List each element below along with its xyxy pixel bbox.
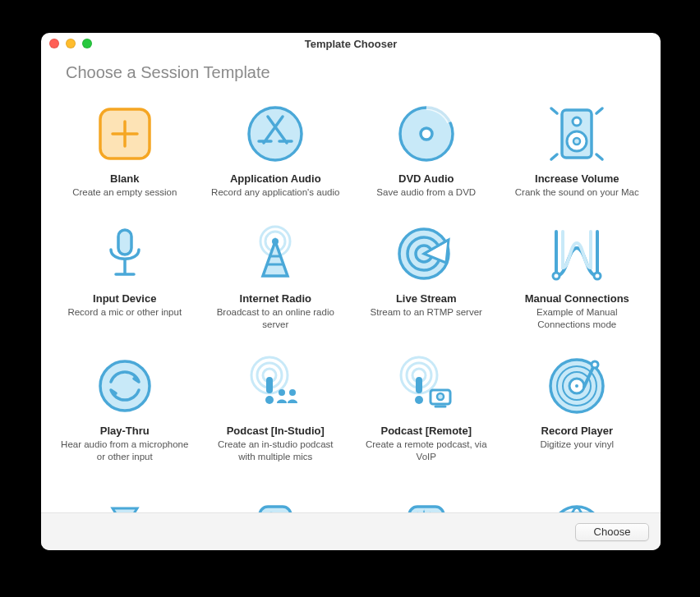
template-card[interactable]	[504, 481, 652, 512]
page-title: Choose a Session Template	[41, 55, 661, 87]
template-card[interactable]: Internet RadioBroadcast to an online rad…	[202, 217, 350, 338]
template-title: Play-Thru	[100, 425, 150, 437]
partial-3-icon	[394, 486, 458, 512]
template-title: Live Stream	[396, 292, 457, 305]
template-card[interactable]: Increase VolumeCrank the sound on your M…	[504, 97, 652, 205]
svg-point-37	[592, 361, 598, 368]
template-title: Podcast [In-Studio]	[227, 425, 325, 437]
template-card[interactable]	[51, 481, 199, 512]
template-title: Record Player	[541, 425, 613, 437]
svg-point-23	[279, 389, 285, 396]
choose-button[interactable]: Choose	[575, 523, 649, 541]
template-card[interactable]: DVD AudioSave audio from a DVD	[352, 97, 500, 205]
template-description: Hear audio from a microphone or other in…	[59, 439, 191, 463]
template-description: Create an in-studio podcast with multipl…	[210, 439, 341, 463]
window-title: Template Chooser	[305, 38, 397, 50]
footer-bar: Choose	[41, 512, 661, 550]
plus-icon	[93, 102, 157, 166]
template-title: Internet Radio	[240, 292, 311, 305]
app-store-icon	[243, 102, 307, 166]
template-title: Increase Volume	[535, 172, 619, 185]
partial-2-icon	[243, 486, 307, 512]
svg-point-31	[437, 393, 444, 400]
templates-scroll-area[interactable]: BlankCreate an empty session Application…	[41, 87, 661, 512]
svg-point-5	[573, 117, 581, 126]
template-title: Podcast [Remote]	[380, 425, 472, 437]
template-description: Record any application's audio	[211, 186, 339, 199]
radio-tower-icon	[243, 222, 307, 286]
template-card[interactable]: Play-ThruHear audio from a microphone or…	[51, 349, 199, 470]
traffic-lights	[49, 39, 92, 48]
template-title: DVD Audio	[398, 172, 454, 185]
speaker-icon	[545, 102, 609, 166]
template-description: Record a mic or other input	[67, 306, 182, 319]
close-button[interactable]	[49, 39, 59, 48]
template-description: Save audio from a DVD	[376, 186, 476, 199]
svg-rect-21	[266, 377, 273, 393]
template-card[interactable]: Input DeviceRecord a mic or other input	[51, 217, 199, 338]
minimize-button[interactable]	[66, 39, 76, 48]
template-description: Broadcast to an online radio server	[210, 306, 341, 331]
template-card[interactable]: Record PlayerDigitize your vinyl	[504, 349, 652, 470]
svg-point-15	[553, 273, 560, 279]
template-card[interactable]	[202, 481, 350, 512]
template-card[interactable]: BlankCreate an empty session	[51, 97, 199, 205]
partial-4-icon	[545, 486, 609, 512]
svg-rect-28	[416, 377, 422, 393]
disc-icon	[394, 102, 458, 166]
template-title: Blank	[110, 172, 139, 185]
template-card[interactable]: Live StreamStream to an RTMP server	[352, 217, 500, 338]
broadcast-icon	[394, 222, 458, 286]
manual-icon	[545, 222, 609, 286]
vinyl-icon	[545, 354, 609, 418]
template-description: Crank the sound on your Mac	[515, 186, 639, 199]
titlebar: Template Chooser	[41, 33, 661, 55]
svg-rect-38	[260, 507, 291, 512]
svg-rect-40	[409, 507, 444, 512]
svg-point-36	[575, 384, 578, 388]
template-description: Digitize your vinyl	[541, 439, 614, 451]
content-area: Choose a Session Template BlankCreate an…	[41, 55, 661, 550]
svg-point-24	[289, 389, 296, 396]
template-card[interactable]: Application AudioRecord any application'…	[202, 97, 350, 205]
svg-point-1	[249, 108, 302, 160]
podcast-studio-icon	[243, 354, 307, 418]
podcast-remote-icon	[394, 354, 458, 418]
svg-point-3	[421, 128, 432, 140]
template-title: Manual Connections	[525, 292, 629, 305]
partial-1-icon	[93, 486, 157, 512]
svg-point-7	[573, 138, 580, 145]
template-description: Example of Manual Connections mode	[511, 306, 642, 331]
template-chooser-window: Template Chooser Choose a Session Templa…	[41, 33, 661, 550]
template-card[interactable]	[352, 481, 500, 512]
template-card[interactable]: Podcast [Remote]Create a remote podcast,…	[352, 349, 500, 470]
zoom-button[interactable]	[82, 39, 92, 48]
svg-point-16	[594, 273, 601, 279]
svg-point-22	[265, 396, 274, 404]
template-description: Stream to an RTMP server	[371, 306, 482, 319]
template-description: Create a remote podcast, via VoIP	[361, 439, 492, 463]
svg-rect-8	[118, 230, 131, 255]
template-title: Input Device	[93, 292, 156, 305]
template-description: Create an empty session	[72, 186, 177, 199]
template-title: Application Audio	[230, 172, 321, 185]
templates-grid: BlankCreate an empty session Application…	[51, 97, 651, 512]
mic-icon	[93, 222, 157, 286]
template-card[interactable]: Manual ConnectionsExample of Manual Conn…	[504, 217, 652, 338]
template-card[interactable]: Podcast [In-Studio]Create an in-studio p…	[202, 349, 350, 470]
svg-point-29	[415, 396, 423, 404]
loop-icon	[93, 354, 157, 418]
svg-point-17	[100, 361, 150, 411]
